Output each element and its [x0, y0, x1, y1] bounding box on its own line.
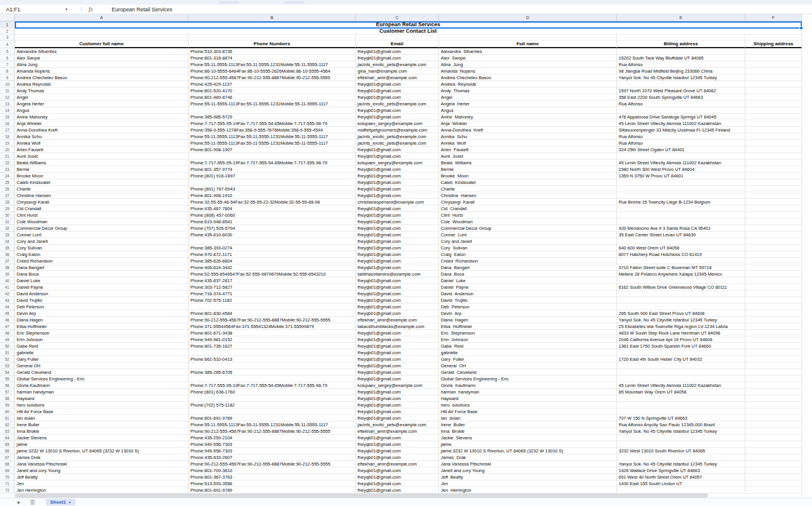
cell[interactable]: Rua Alfonso: [617, 61, 745, 68]
cell[interactable]: [745, 480, 802, 487]
cell[interactable]: Phone:(801) 916-1897: [189, 173, 356, 179]
cell[interactable]: Phone:661-510-0413: [189, 356, 356, 363]
cell[interactable]: [617, 363, 745, 369]
cell[interactable]: [745, 474, 802, 480]
cell[interactable]: Cory and Janell: [439, 238, 617, 245]
cell[interactable]: fheyqb01@gmail.com: [356, 310, 439, 317]
cell[interactable]: fheyqb01@gmail.com: [356, 454, 439, 461]
row-number[interactable]: 13: [0, 101, 15, 107]
cell[interactable]: Dana Boca: [439, 271, 617, 277]
cell[interactable]: Phone:801-691-9789: [189, 487, 356, 493]
cell[interactable]: Alex Swope: [439, 55, 617, 61]
cell[interactable]: [745, 330, 802, 336]
cell[interactable]: Phone:55-11-5555-1113Fax:55-11-5555-1231…: [189, 61, 356, 68]
cell[interactable]: Phone:435-610-6030: [189, 232, 356, 238]
sheet-tab-dropdown-icon[interactable]: ▾: [69, 500, 71, 504]
cell[interactable]: Ian dulan: [439, 415, 617, 421]
cell[interactable]: Conner Lunt: [439, 232, 617, 238]
cell[interactable]: fheyqb01@gmail.com: [356, 107, 439, 114]
row-number[interactable]: 14: [0, 107, 15, 114]
cell[interactable]: Phone:801-735-1627: [189, 343, 356, 349]
column-header-e[interactable]: E: [617, 14, 745, 21]
row-number[interactable]: 51: [0, 349, 15, 356]
cell[interactable]: [745, 284, 802, 291]
cell[interactable]: Yanyol Sok. No 45 Cityville Istanbul 123…: [617, 461, 745, 467]
cell[interactable]: Brooke Moon: [15, 173, 189, 179]
cell[interactable]: Ian dulan: [15, 415, 189, 421]
cell[interactable]: [745, 428, 802, 435]
cell[interactable]: Phone:801-691-9789: [189, 415, 356, 421]
row-number[interactable]: 35: [0, 245, 15, 251]
cell[interactable]: Annika Wolf: [15, 140, 189, 146]
cell[interactable]: fheyqb01@gmail.com: [356, 251, 439, 258]
cell[interactable]: Phone:801-671-3438: [189, 330, 356, 336]
cell[interactable]: [745, 166, 802, 173]
row-number[interactable]: 3: [0, 35, 15, 40]
cell[interactable]: Phone:(801) 787-5943: [189, 186, 356, 192]
cell[interactable]: [617, 304, 745, 310]
cell[interactable]: [617, 107, 745, 114]
cell[interactable]: Devin Arp: [439, 310, 617, 317]
cell[interactable]: Jana Vanessa Pitschinski: [439, 461, 617, 467]
row-number[interactable]: 34: [0, 238, 15, 245]
cell[interactable]: [356, 35, 439, 40]
row-number[interactable]: 19: [0, 140, 15, 146]
cell[interactable]: [745, 245, 802, 251]
cell[interactable]: Phone:385-285-6705: [189, 369, 356, 376]
row-number[interactable]: 55: [0, 376, 15, 382]
row-number[interactable]: 56: [0, 382, 15, 389]
cell[interactable]: Gloria Kaufmann: [439, 382, 617, 389]
cell[interactable]: Charlie: [439, 186, 617, 192]
cell[interactable]: fheyqb01@gmail.com: [356, 356, 439, 363]
row-number[interactable]: 46: [0, 317, 15, 323]
row-number[interactable]: 71: [0, 480, 15, 487]
cell[interactable]: Angel: [439, 94, 617, 101]
cell[interactable]: Phone:(702) 575-1182: [189, 402, 356, 408]
cell[interactable]: Gerald Cleveland: [439, 369, 617, 376]
row-number[interactable]: 67: [0, 454, 15, 461]
row-number[interactable]: 33: [0, 232, 15, 238]
row-number[interactable]: 38: [0, 264, 15, 271]
cell[interactable]: [745, 114, 802, 120]
cell[interactable]: harman handyman: [15, 389, 189, 395]
cell[interactable]: Phone:55-11-5555-1113Fax:55-11-5555-1231…: [189, 101, 356, 107]
cell[interactable]: fheyqb01@gmail.com: [356, 415, 439, 421]
cell[interactable]: [617, 291, 745, 297]
cell[interactable]: [189, 238, 356, 245]
cell[interactable]: Alex Swope: [15, 55, 189, 61]
cell[interactable]: 1597 North 1070 West Pleasant Grove UT 8…: [617, 88, 745, 94]
cell[interactable]: [745, 192, 802, 199]
cell[interactable]: Phone:801-908-1907: [189, 146, 356, 153]
cell[interactable]: fheyqb01@gmail.com: [356, 277, 439, 284]
row-number[interactable]: 28: [0, 199, 15, 205]
cell[interactable]: Rua Alfonso: [617, 101, 745, 107]
cell[interactable]: Cid Crandall: [439, 205, 617, 212]
cell[interactable]: [745, 369, 802, 376]
column-header-d[interactable]: D: [439, 14, 617, 21]
cell[interactable]: Jeff Beatty: [439, 474, 617, 480]
cell[interactable]: Phone:90-212-555-4567Fax:90-212-555-8887…: [189, 317, 356, 323]
cell[interactable]: Cory and Janell: [15, 238, 189, 245]
formula-input[interactable]: European Retail Services: [112, 7, 173, 13]
row-number[interactable]: 25: [0, 179, 15, 186]
cell[interactable]: [745, 415, 802, 421]
row-number[interactable]: 60: [0, 408, 15, 415]
cell[interactable]: Jeff Beatty: [15, 474, 189, 480]
cell[interactable]: Phone:7-717-555-95-19Fax:7-717-555-54-65…: [189, 382, 356, 389]
cell[interactable]: jacints_exotic_pets@example.com: [356, 61, 439, 68]
cell[interactable]: Phone:801-489-8746: [189, 94, 356, 101]
cell[interactable]: 324 25th Street Ogden UT 84401: [617, 146, 745, 153]
cell[interactable]: fheyqb01@gmail.com: [356, 467, 439, 474]
cell[interactable]: fheyqb01@gmail.com: [356, 192, 439, 199]
row-number[interactable]: 17: [0, 127, 15, 133]
cell[interactable]: Rua Alfonso: [617, 140, 745, 146]
cell[interactable]: [745, 402, 802, 408]
row-number[interactable]: 20: [0, 146, 15, 153]
cell[interactable]: Aunt Jozet: [15, 153, 189, 160]
cell[interactable]: [745, 435, 802, 441]
cell[interactable]: [617, 238, 745, 245]
cell[interactable]: [745, 277, 802, 284]
subtitle-cell[interactable]: Customer Contact List: [15, 28, 802, 35]
cell[interactable]: Phone:86-10-5555-6464Fax:86-10-5555-2626…: [189, 68, 356, 74]
cell[interactable]: Phone:801-830-4584: [189, 310, 356, 317]
